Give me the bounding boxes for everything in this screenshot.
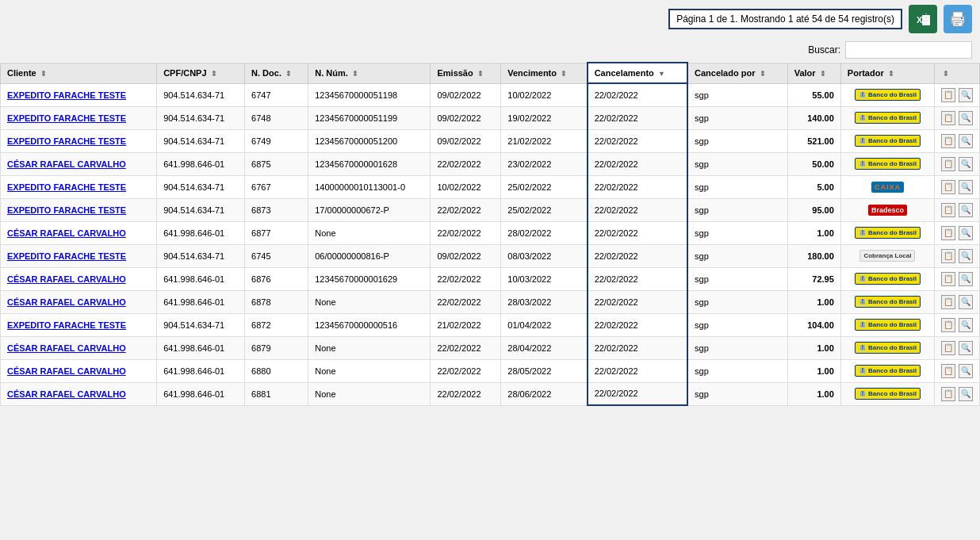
sort-icon-vencimento: ⇕ <box>561 70 567 78</box>
cell-cancelamento: 22/02/2022 <box>588 336 687 359</box>
svg-rect-11 <box>955 24 959 25</box>
cell-valor: 55.00 <box>787 83 840 106</box>
view-button[interactable]: 🔍 <box>959 249 973 263</box>
table-body: EXPEDITO FARACHE TESTE 904.514.634-71 67… <box>1 83 980 405</box>
cell-cancelado-por: sgp <box>687 313 787 336</box>
cell-portador: 🏦 Banco do Brasil <box>840 152 934 175</box>
view-button[interactable]: 🔍 <box>959 226 973 240</box>
view-button[interactable]: 🔍 <box>959 203 973 217</box>
cliente-link[interactable]: CÉSAR RAFAEL CARVALHO <box>7 389 126 399</box>
col-header-n-num[interactable]: N. Núm. ⇕ <box>308 63 431 83</box>
caixa-logo: CAIXA <box>871 182 904 193</box>
cliente-link[interactable]: CÉSAR RAFAEL CARVALHO <box>7 297 126 307</box>
col-header-emissao[interactable]: Emissão ⇕ <box>431 63 501 83</box>
cell-n-num: None <box>308 221 431 244</box>
col-header-cancelado-por[interactable]: Cancelado por ⇕ <box>687 63 787 83</box>
cell-cpf-cnpj: 904.514.634-71 <box>157 244 245 267</box>
cell-cliente: CÉSAR RAFAEL CARVALHO <box>1 267 157 290</box>
edit-button[interactable]: 📋 <box>941 134 955 148</box>
cliente-link[interactable]: EXPEDITO FARACHE TESTE <box>7 90 126 100</box>
col-header-portador[interactable]: Portador ⇕ <box>840 63 934 83</box>
view-button[interactable]: 🔍 <box>959 341 973 355</box>
col-header-vencimento[interactable]: Vencimento ⇕ <box>501 63 588 83</box>
cell-n-num: 12345670000051198 <box>308 83 431 106</box>
action-icons: 📋 🔍 <box>941 88 973 102</box>
edit-button[interactable]: 📋 <box>941 364 955 378</box>
col-header-cancelamento[interactable]: Cancelamento ▼ <box>588 63 687 83</box>
cell-n-doc: 6767 <box>245 175 308 198</box>
cell-cliente: CÉSAR RAFAEL CARVALHO <box>1 359 157 382</box>
cliente-link[interactable]: EXPEDITO FARACHE TESTE <box>7 113 126 123</box>
edit-button[interactable]: 📋 <box>941 249 955 263</box>
cliente-link[interactable]: EXPEDITO FARACHE TESTE <box>7 251 126 261</box>
edit-button[interactable]: 📋 <box>941 203 955 217</box>
cliente-link[interactable]: CÉSAR RAFAEL CARVALHO <box>7 343 126 353</box>
search-input[interactable] <box>845 41 972 59</box>
cell-cancelado-por: sgp <box>687 198 787 221</box>
view-button[interactable]: 🔍 <box>959 387 973 401</box>
cell-emissao: 09/02/2022 <box>431 106 501 129</box>
edit-button[interactable]: 📋 <box>941 387 955 401</box>
cell-vencimento: 23/02/2022 <box>501 152 588 175</box>
cliente-link[interactable]: EXPEDITO FARACHE TESTE <box>7 320 126 330</box>
edit-button[interactable]: 📋 <box>941 88 955 102</box>
cell-cpf-cnpj: 641.998.646-01 <box>157 221 245 244</box>
cell-cpf-cnpj: 904.514.634-71 <box>157 175 245 198</box>
print-button[interactable] <box>944 5 972 33</box>
cell-portador: 🏦 Banco do Brasil <box>840 313 934 336</box>
cell-n-doc: 6876 <box>245 267 308 290</box>
col-header-cliente[interactable]: Cliente ⇕ <box>1 63 157 83</box>
cell-cancelamento: 22/02/2022 <box>588 129 687 152</box>
cell-cpf-cnpj: 641.998.646-01 <box>157 336 245 359</box>
edit-button[interactable]: 📋 <box>941 318 955 332</box>
view-button[interactable]: 🔍 <box>959 295 973 309</box>
table-row: CÉSAR RAFAEL CARVALHO 641.998.646-01 687… <box>1 221 980 244</box>
cliente-link[interactable]: CÉSAR RAFAEL CARVALHO <box>7 228 126 238</box>
cliente-link[interactable]: CÉSAR RAFAEL CARVALHO <box>7 366 126 376</box>
action-icons: 📋 🔍 <box>941 157 973 171</box>
view-button[interactable]: 🔍 <box>959 111 973 125</box>
cell-valor: 1.00 <box>787 221 840 244</box>
edit-button[interactable]: 📋 <box>941 111 955 125</box>
cobranca-local-logo: Cobrança Local <box>859 250 915 262</box>
table-row: EXPEDITO FARACHE TESTE 904.514.634-71 68… <box>1 313 980 336</box>
cell-vencimento: 21/02/2022 <box>501 129 588 152</box>
cell-cpf-cnpj: 641.998.646-01 <box>157 382 245 405</box>
cell-cpf-cnpj: 904.514.634-71 <box>157 313 245 336</box>
cliente-link[interactable]: CÉSAR RAFAEL CARVALHO <box>7 274 126 284</box>
view-button[interactable]: 🔍 <box>959 272 973 286</box>
view-button[interactable]: 🔍 <box>959 180 973 194</box>
cell-cliente: CÉSAR RAFAEL CARVALHO <box>1 290 157 313</box>
col-header-n-doc[interactable]: N. Doc. ⇕ <box>245 63 308 83</box>
action-icons: 📋 🔍 <box>941 249 973 263</box>
cell-valor: 1.00 <box>787 336 840 359</box>
edit-button[interactable]: 📋 <box>941 180 955 194</box>
cell-cancelamento: 22/02/2022 <box>588 83 687 106</box>
edit-button[interactable]: 📋 <box>941 226 955 240</box>
cell-vencimento: 25/02/2022 <box>501 175 588 198</box>
view-button[interactable]: 🔍 <box>959 364 973 378</box>
view-button[interactable]: 🔍 <box>959 134 973 148</box>
table-row: CÉSAR RAFAEL CARVALHO 641.998.646-01 688… <box>1 382 980 405</box>
cell-vencimento: 19/02/2022 <box>501 106 588 129</box>
cliente-link[interactable]: EXPEDITO FARACHE TESTE <box>7 205 126 215</box>
cliente-link[interactable]: EXPEDITO FARACHE TESTE <box>7 136 126 146</box>
edit-button[interactable]: 📋 <box>941 295 955 309</box>
view-button[interactable]: 🔍 <box>959 318 973 332</box>
edit-button[interactable]: 📋 <box>941 341 955 355</box>
cell-actions: 📋 🔍 <box>935 129 980 152</box>
cell-actions: 📋 🔍 <box>935 152 980 175</box>
view-button[interactable]: 🔍 <box>959 88 973 102</box>
cliente-link[interactable]: CÉSAR RAFAEL CARVALHO <box>7 159 126 169</box>
excel-button[interactable]: X <box>909 5 937 33</box>
table-row: EXPEDITO FARACHE TESTE 904.514.634-71 67… <box>1 83 980 106</box>
edit-button[interactable]: 📋 <box>941 157 955 171</box>
col-header-cpf-cnpj[interactable]: CPF/CNPJ ⇕ <box>157 63 245 83</box>
view-button[interactable]: 🔍 <box>959 157 973 171</box>
edit-button[interactable]: 📋 <box>941 272 955 286</box>
sort-icon-cancelamento: ▼ <box>658 70 665 78</box>
col-header-valor[interactable]: Valor ⇕ <box>787 63 840 83</box>
cliente-link[interactable]: EXPEDITO FARACHE TESTE <box>7 182 126 192</box>
cell-valor: 1.00 <box>787 382 840 405</box>
cell-cancelamento: 22/02/2022 <box>588 382 687 405</box>
